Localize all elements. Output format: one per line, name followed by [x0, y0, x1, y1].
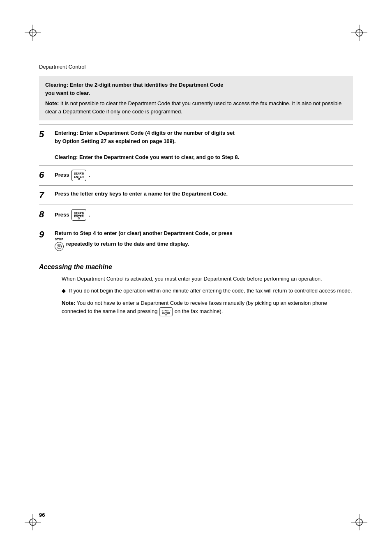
start-enter-inline-icon: START/ENTER — [159, 307, 173, 316]
step-8-block: 8 Press START/ENTER . — [39, 205, 353, 225]
step-5-number: 5 — [39, 129, 51, 140]
shaded-clearing-box: Clearing: Enter the 2-digit number that … — [39, 76, 353, 120]
corner-mark-bl — [25, 514, 41, 530]
step-8-content: Press START/ENTER . — [55, 209, 353, 221]
stop-icon: STOP ✕ — [55, 237, 64, 251]
step-7-block: 7 Press the letter entry keys to enter a… — [39, 185, 353, 205]
step-6-content: Press START/ENTER . — [55, 170, 353, 181]
shaded-bold-text: Clearing: Enter the 2-digit number that … — [45, 81, 347, 97]
accessing-note: Note: You do not have to enter a Departm… — [62, 299, 353, 317]
start-enter-button-8: START/ENTER — [71, 209, 86, 221]
step-9-block: 9 Return to Step 4 to enter (or clear) a… — [39, 225, 353, 255]
accessing-section: Accessing the machine When Department Co… — [39, 263, 353, 316]
page-header: Department Control — [39, 64, 85, 70]
step-6-block: 6 Press START/ENTER . — [39, 165, 353, 185]
accessing-body: When Department Control is activated, yo… — [62, 275, 353, 316]
accessing-heading: Accessing the machine — [39, 263, 353, 271]
step-9-number: 9 — [39, 229, 51, 240]
corner-mark-tl — [25, 25, 41, 41]
step-7-content: Press the letter entry keys to enter a n… — [55, 190, 353, 198]
step-8-number: 8 — [39, 209, 51, 220]
corner-mark-br — [351, 514, 367, 530]
shaded-note: Note: It is not possible to clear the De… — [45, 99, 347, 115]
step-5-content: Entering: Enter a Department Code (4 dig… — [55, 129, 353, 161]
accessing-bullet: ◆ If you do not begin the operation with… — [62, 287, 353, 295]
step-7-number: 7 — [39, 190, 51, 200]
bullet-diamond-icon: ◆ — [62, 287, 67, 295]
step-6-number: 6 — [39, 170, 51, 180]
start-enter-button-6: START/ENTER — [71, 170, 86, 181]
page-number: 96 — [39, 512, 45, 518]
step-9-content: Return to Step 4 to enter (or clear) ano… — [55, 229, 353, 251]
corner-mark-tr — [351, 25, 367, 41]
accessing-intro: When Department Control is activated, yo… — [62, 275, 353, 283]
main-content: Clearing: Enter the 2-digit number that … — [39, 76, 353, 316]
step-5-block: 5 Entering: Enter a Department Code (4 d… — [39, 124, 353, 165]
